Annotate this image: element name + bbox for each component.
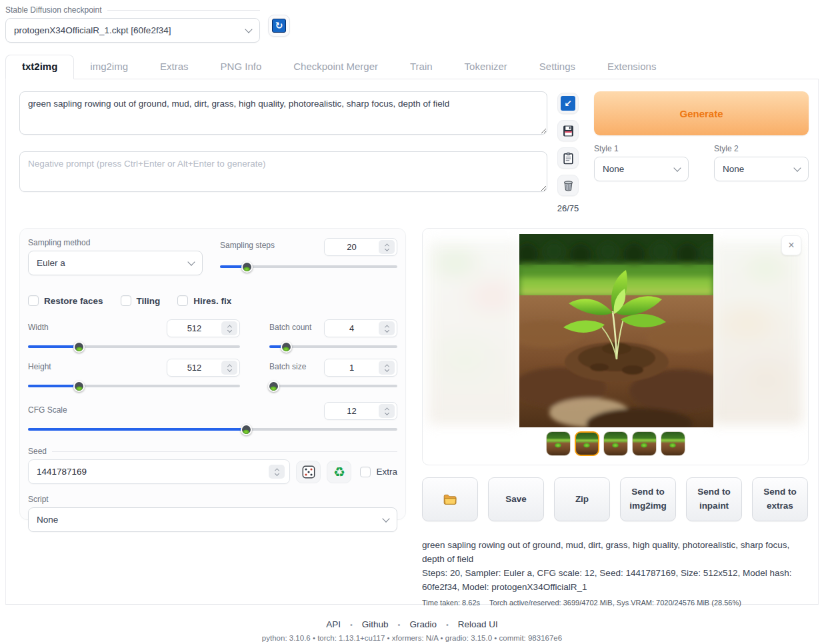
tab-extras[interactable]: Extras <box>144 55 205 79</box>
tab-img2img[interactable]: img2img <box>74 55 144 79</box>
extra-seed-checkbox[interactable]: Extra <box>360 467 397 477</box>
output-buttons: Save Zip Send to img2img Send to inpaint… <box>422 477 809 521</box>
tab-settings[interactable]: Settings <box>523 55 591 79</box>
clipboard-icon <box>562 152 575 165</box>
generation-info: green sapling rowing out of ground, mud,… <box>422 539 809 609</box>
arrow-down-left-icon: ↙ <box>561 96 575 111</box>
stepper-icon[interactable] <box>379 321 395 335</box>
clear-prompt-button[interactable] <box>557 175 579 196</box>
stepper-icon[interactable] <box>379 240 395 254</box>
generate-button[interactable]: Generate <box>594 91 809 135</box>
sampling-steps-slider[interactable] <box>220 261 397 272</box>
tab-extensions[interactable]: Extensions <box>591 55 672 79</box>
thumbnail-4[interactable] <box>632 431 657 456</box>
reload-ui-link[interactable]: Reload UI <box>458 619 498 629</box>
stepper-icon[interactable] <box>221 361 237 375</box>
batch-count-slider[interactable] <box>269 341 397 352</box>
batch-size-label: Batch size <box>269 362 306 371</box>
stepper-icon[interactable] <box>221 321 237 335</box>
api-link[interactable]: API <box>326 619 341 629</box>
version-info: python: 3.10.6 • torch: 1.13.1+cu117 • x… <box>0 634 824 642</box>
stepper-icon[interactable] <box>269 465 285 479</box>
stepper-icon[interactable] <box>379 404 395 418</box>
checkpoint-value: protogenX34OfficialR_1.ckpt [60fe2f34] <box>14 25 246 35</box>
cfg-scale-value: 12 <box>325 406 379 416</box>
save-button[interactable]: Save <box>488 477 544 521</box>
thumbnail-2-selected[interactable] <box>575 431 599 456</box>
prompt-input[interactable]: green sapling rowing out of ground, mud,… <box>19 91 547 135</box>
send-to-inpaint-button[interactable]: Send to inpaint <box>686 477 742 521</box>
github-link[interactable]: Github <box>362 619 389 629</box>
gradio-link[interactable]: Gradio <box>409 619 437 629</box>
tab-tokenizer[interactable]: Tokenizer <box>449 55 523 79</box>
cfg-scale-label: CFG Scale <box>28 405 67 415</box>
dice-icon <box>302 465 315 479</box>
send-to-extras-button[interactable]: Send to extras <box>752 477 808 521</box>
script-select[interactable]: None <box>28 507 397 532</box>
app-header: Stable Diffusion checkpoint protogenX34O… <box>0 0 824 43</box>
reuse-seed-button[interactable]: ♻ <box>327 461 351 483</box>
thumbnail-1[interactable] <box>546 431 571 456</box>
trash-icon <box>562 179 575 192</box>
tab-txt2img[interactable]: txt2img <box>5 55 74 79</box>
batch-size-value: 1 <box>325 363 379 373</box>
height-slider[interactable] <box>28 381 240 391</box>
width-value: 512 <box>167 323 221 333</box>
batch-count-input[interactable]: 4 <box>324 319 397 337</box>
tab-checkpoint-merger[interactable]: Checkpoint Merger <box>277 55 394 79</box>
send-to-img2img-button[interactable]: Send to img2img <box>620 477 676 521</box>
restore-faces-checkbox[interactable]: Restore faces <box>28 295 103 306</box>
recycle-icon: ♻ <box>333 464 345 480</box>
slider-thumb[interactable] <box>241 261 253 273</box>
style1-select[interactable]: None <box>594 157 689 181</box>
restore-faces-label: Restore faces <box>44 296 103 306</box>
batch-size-input[interactable]: 1 <box>324 359 397 377</box>
seed-input-wrap <box>28 459 290 484</box>
open-folder-button[interactable] <box>422 477 478 521</box>
batch-size-slider[interactable] <box>269 381 397 391</box>
bullet-separator: • <box>350 621 353 629</box>
chevron-down-icon <box>793 164 801 171</box>
tab-train[interactable]: Train <box>394 55 449 79</box>
paste-generation-params-button[interactable]: ↙ <box>557 93 579 114</box>
refresh-checkpoint-button[interactable]: ↻ <box>268 15 290 37</box>
save-style-button[interactable] <box>557 120 579 141</box>
checkpoint-select[interactable]: protogenX34OfficialR_1.ckpt [60fe2f34] <box>5 18 260 43</box>
slider-thumb[interactable] <box>241 424 252 435</box>
apply-style-button[interactable] <box>557 147 579 169</box>
height-value: 512 <box>167 363 221 373</box>
sampling-steps-input[interactable]: 20 <box>324 238 397 256</box>
page-footer: API • Github • Gradio • Reload UI python… <box>0 605 824 642</box>
slider-thumb[interactable] <box>281 341 292 353</box>
style2-label: Style 2 <box>714 144 809 153</box>
stepper-icon[interactable] <box>379 361 395 375</box>
thumbnail-5[interactable] <box>661 431 685 456</box>
height-label: Height <box>28 362 51 371</box>
sampling-method-select[interactable]: Euler a <box>28 251 203 275</box>
info-params-text: Steps: 20, Sampler: Euler a, CFG scale: … <box>422 567 802 595</box>
width-input[interactable]: 512 <box>167 319 240 337</box>
tab-png-info[interactable]: PNG Info <box>205 55 278 79</box>
seed-input[interactable] <box>37 467 269 477</box>
slider-thumb[interactable] <box>73 341 85 353</box>
style2-select[interactable]: None <box>714 157 809 181</box>
hires-fix-label: Hires. fix <box>193 296 231 306</box>
hires-fix-checkbox[interactable]: Hires. fix <box>177 295 231 306</box>
floppy-disk-icon <box>562 125 575 137</box>
cfg-scale-input[interactable]: 12 <box>324 402 397 420</box>
generated-image[interactable] <box>519 234 713 427</box>
style1-value: None <box>603 164 675 174</box>
zip-button[interactable]: Zip <box>554 477 610 521</box>
cfg-scale-slider[interactable] <box>28 424 397 435</box>
result-gallery: × <box>422 228 809 465</box>
negative-prompt-input[interactable] <box>19 151 547 192</box>
close-icon[interactable]: × <box>781 235 801 255</box>
random-seed-button[interactable] <box>296 461 321 483</box>
thumbnail-3[interactable] <box>603 431 628 456</box>
slider-thumb[interactable] <box>268 381 279 392</box>
slider-thumb[interactable] <box>73 381 85 392</box>
tiling-checkbox[interactable]: Tiling <box>121 295 161 306</box>
height-input[interactable]: 512 <box>167 359 240 377</box>
time-taken-text: Time taken: 8.62s <box>422 597 480 609</box>
width-slider[interactable] <box>28 341 240 352</box>
